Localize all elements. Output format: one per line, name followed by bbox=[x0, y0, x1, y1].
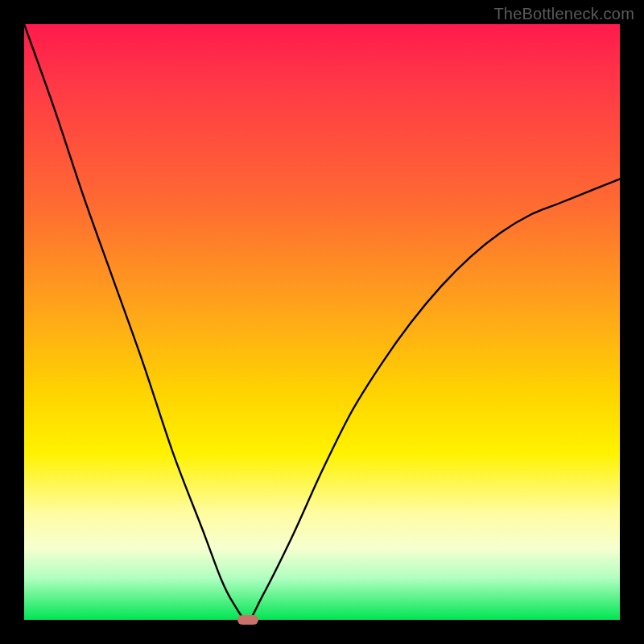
chart-frame: TheBottleneck.com bbox=[0, 0, 644, 644]
min-marker bbox=[237, 615, 258, 625]
plot-area bbox=[24, 24, 620, 620]
watermark-label: TheBottleneck.com bbox=[493, 5, 634, 23]
curve-svg bbox=[24, 24, 620, 620]
bottleneck-curve bbox=[24, 24, 620, 620]
